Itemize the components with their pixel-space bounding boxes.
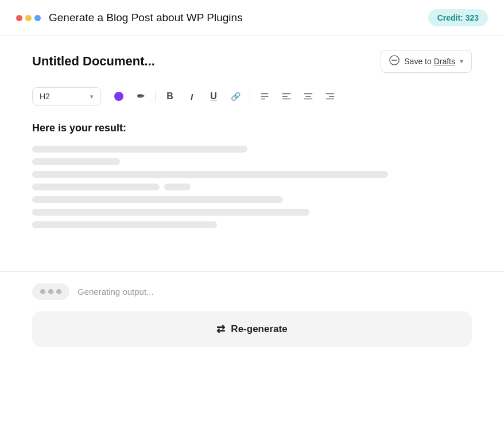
credit-badge: Credit: 323 bbox=[428, 9, 488, 26]
highlight-button[interactable]: ✏ bbox=[131, 87, 150, 106]
top-header: Generate a Blog Post about WP Plugins Cr… bbox=[0, 0, 504, 36]
doc-top-row: Untitled Document... Save to Drafts ▾ bbox=[32, 50, 472, 73]
generating-status: Generating output... bbox=[77, 287, 154, 297]
editor-toolbar: H2 ▾ ✏ B I U 🔗 bbox=[32, 87, 472, 106]
link-icon: 🔗 bbox=[231, 92, 241, 101]
color-picker-button[interactable] bbox=[109, 87, 129, 106]
align-center-icon bbox=[303, 91, 313, 102]
save-to-drafts-button[interactable]: Save to Drafts ▾ bbox=[381, 50, 472, 73]
underline-icon: U bbox=[210, 91, 217, 102]
italic-icon: I bbox=[191, 92, 193, 102]
list-button[interactable] bbox=[255, 87, 274, 106]
underline-button[interactable]: U bbox=[204, 87, 223, 106]
bold-icon: B bbox=[166, 91, 173, 102]
content-area: Here is your result: bbox=[32, 122, 472, 271]
skeleton-lines bbox=[32, 146, 472, 228]
chevron-down-icon: ▾ bbox=[460, 57, 463, 65]
link-button[interactable]: 🔗 bbox=[226, 87, 245, 106]
heading-select[interactable]: H2 ▾ bbox=[32, 87, 101, 106]
color-dot bbox=[114, 92, 123, 101]
pen-icon: ✏ bbox=[137, 91, 145, 102]
save-icon bbox=[389, 55, 400, 68]
align-left-icon bbox=[281, 91, 292, 102]
dot-yellow bbox=[25, 15, 32, 21]
italic-button[interactable]: I bbox=[182, 87, 201, 106]
skeleton-line-4a bbox=[32, 184, 160, 190]
generating-section: Generating output... ⇄ Re-generate bbox=[0, 272, 504, 347]
window-dots bbox=[16, 15, 41, 21]
typing-dot-3 bbox=[56, 289, 61, 294]
result-label: Here is your result: bbox=[32, 122, 472, 134]
skeleton-line-3 bbox=[32, 171, 388, 178]
skeleton-line-5 bbox=[32, 196, 283, 203]
skeleton-line-6 bbox=[32, 209, 309, 216]
toolbar-divider-1 bbox=[155, 91, 156, 102]
regenerate-button[interactable]: ⇄ Re-generate bbox=[32, 311, 472, 347]
skeleton-line-4b bbox=[164, 184, 191, 190]
drafts-label: Drafts bbox=[434, 57, 455, 66]
heading-select-value: H2 bbox=[40, 92, 50, 101]
save-label: Save to Drafts bbox=[404, 57, 455, 66]
typing-dot-1 bbox=[40, 289, 45, 294]
bold-button[interactable]: B bbox=[160, 87, 180, 106]
typing-dot-2 bbox=[48, 289, 53, 294]
skeleton-line-1 bbox=[32, 146, 247, 153]
dot-red bbox=[16, 15, 22, 21]
arrows-icon: ⇄ bbox=[216, 323, 225, 336]
skeleton-row-4 bbox=[32, 184, 472, 190]
align-right-icon bbox=[325, 91, 335, 102]
page-title: Generate a Blog Post about WP Plugins bbox=[49, 11, 243, 24]
align-center-button[interactable] bbox=[298, 87, 318, 106]
typing-dots bbox=[32, 283, 69, 300]
regenerate-label: Re-generate bbox=[231, 323, 287, 335]
skeleton-line-2 bbox=[32, 158, 120, 165]
heading-chevron-icon: ▾ bbox=[90, 93, 94, 100]
document-title: Untitled Document... bbox=[32, 54, 155, 69]
toolbar-divider-2 bbox=[250, 91, 250, 102]
align-right-button[interactable] bbox=[320, 87, 340, 106]
skeleton-line-7 bbox=[32, 221, 217, 228]
generating-row: Generating output... bbox=[32, 283, 472, 300]
list-icon bbox=[259, 91, 270, 102]
document-area: Untitled Document... Save to Drafts ▾ H2… bbox=[0, 36, 504, 272]
align-left-button[interactable] bbox=[277, 87, 296, 106]
dot-blue bbox=[34, 15, 41, 21]
header-left: Generate a Blog Post about WP Plugins bbox=[16, 11, 243, 24]
